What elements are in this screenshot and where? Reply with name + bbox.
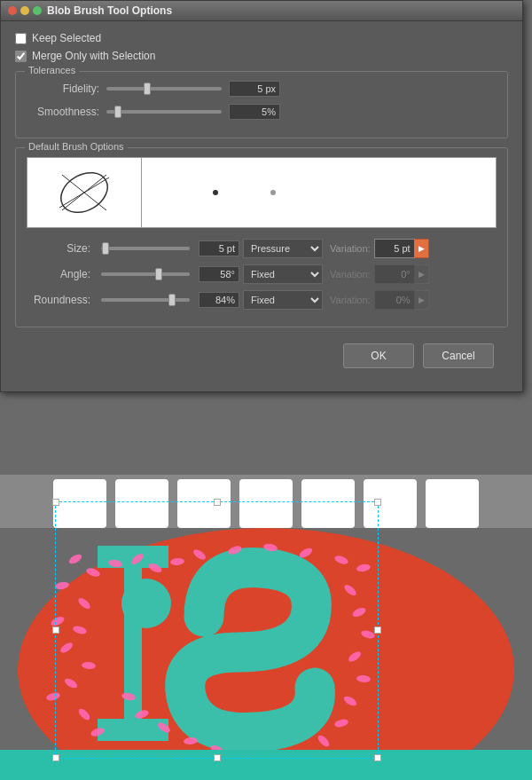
smoothness-thumb[interactable] bbox=[114, 106, 121, 118]
dialog-footer: OK Cancel bbox=[15, 336, 508, 381]
svg-rect-10 bbox=[239, 479, 293, 528]
svg-rect-8 bbox=[115, 479, 168, 528]
preview-dot-1 bbox=[213, 190, 218, 195]
size-variation-input[interactable] bbox=[374, 239, 415, 258]
svg-rect-15 bbox=[98, 546, 168, 568]
smoothness-slider[interactable] bbox=[106, 110, 222, 114]
keep-selected-checkbox[interactable] bbox=[15, 33, 27, 44]
svg-rect-9 bbox=[177, 479, 231, 528]
brush-shape-svg bbox=[49, 162, 120, 224]
svg-rect-11 bbox=[301, 479, 355, 528]
svg-rect-16 bbox=[98, 719, 168, 741]
angle-variation-arrow[interactable]: ▶ bbox=[415, 264, 429, 284]
roundness-variation-input[interactable] bbox=[374, 290, 415, 310]
merge-only-checkbox[interactable] bbox=[15, 51, 27, 62]
angle-dropdown[interactable]: Fixed Pressure Random bbox=[243, 264, 323, 284]
roundness-row: Roundness: Fixed Pressure Random Variati… bbox=[27, 290, 497, 310]
merge-only-row: Merge Only with Selection bbox=[15, 50, 508, 62]
roundness-label: Roundness: bbox=[27, 294, 98, 306]
size-row: Size: Pressure Fixed Random Stylus Wheel… bbox=[27, 239, 497, 258]
keep-selected-label[interactable]: Keep Selected bbox=[32, 32, 101, 44]
angle-input[interactable] bbox=[199, 266, 239, 282]
canvas-area bbox=[0, 475, 532, 780]
angle-variation-input[interactable] bbox=[374, 264, 415, 284]
close-button[interactable] bbox=[8, 6, 17, 15]
ok-button[interactable]: OK bbox=[343, 343, 414, 368]
merge-only-label[interactable]: Merge Only with Selection bbox=[32, 50, 155, 62]
smoothness-row: Smoothness: 5% bbox=[27, 104, 497, 120]
svg-point-17 bbox=[121, 579, 171, 628]
brush-options-group: Default Brush Options bbox=[15, 147, 508, 327]
dialog-body: Keep Selected Merge Only with Selection … bbox=[1, 21, 522, 391]
cancel-button[interactable]: Cancel bbox=[423, 343, 494, 368]
roundness-input[interactable] bbox=[199, 292, 239, 308]
tolerances-group: Tolerances Fidelity: 5 px Smoothness: 5% bbox=[15, 71, 508, 138]
svg-rect-56 bbox=[0, 750, 532, 780]
angle-label: Angle: bbox=[27, 268, 98, 280]
angle-row: Angle: Fixed Pressure Random Variation: … bbox=[27, 264, 497, 284]
size-slider[interactable] bbox=[101, 247, 190, 250]
size-variation-input-group: ▶ bbox=[374, 239, 429, 258]
brush-preview-area bbox=[27, 157, 497, 228]
size-dropdown[interactable]: Pressure Fixed Random Stylus Wheel Tilt … bbox=[243, 239, 323, 258]
size-variation-label: Variation: bbox=[330, 243, 371, 254]
minimize-button[interactable] bbox=[20, 6, 29, 15]
fidelity-input[interactable]: 5 px bbox=[229, 81, 280, 97]
preview-dot-2 bbox=[270, 190, 276, 195]
roundness-slider[interactable] bbox=[101, 298, 190, 302]
size-thumb[interactable] bbox=[102, 242, 109, 255]
brush-shape-preview bbox=[27, 157, 142, 228]
roundness-variation-arrow[interactable]: ▶ bbox=[415, 290, 429, 310]
dialog-title: Blob Brush Tool Options bbox=[47, 4, 172, 17]
size-input[interactable] bbox=[199, 240, 239, 256]
svg-rect-7 bbox=[53, 479, 106, 528]
svg-line-3 bbox=[59, 177, 109, 208]
roundness-thumb[interactable] bbox=[168, 294, 176, 306]
roundness-variation-label: Variation: bbox=[330, 295, 371, 305]
blob-brush-dialog: Blob Brush Tool Options Keep Selected Me… bbox=[0, 0, 523, 392]
smoothness-label: Smoothness: bbox=[27, 106, 106, 118]
brush-options-label: Default Brush Options bbox=[25, 141, 128, 152]
fidelity-thumb[interactable] bbox=[144, 83, 151, 95]
roundness-variation-input-group: ▶ bbox=[374, 290, 429, 310]
fidelity-slider[interactable] bbox=[106, 87, 222, 91]
svg-rect-12 bbox=[364, 479, 417, 528]
angle-thumb[interactable] bbox=[155, 268, 162, 280]
angle-variation-input-group: ▶ bbox=[374, 264, 429, 284]
fidelity-label: Fidelity: bbox=[27, 83, 106, 95]
brush-stroke-preview bbox=[142, 157, 497, 228]
keep-selected-row: Keep Selected bbox=[15, 32, 508, 44]
dialog-titlebar: Blob Brush Tool Options bbox=[1, 1, 522, 21]
size-label: Size: bbox=[27, 242, 98, 255]
angle-slider[interactable] bbox=[101, 272, 190, 276]
canvas-illustration bbox=[0, 475, 532, 780]
window-controls bbox=[8, 6, 42, 15]
roundness-dropdown[interactable]: Fixed Pressure Random bbox=[243, 290, 323, 310]
fidelity-row: Fidelity: 5 px bbox=[27, 81, 497, 97]
size-variation-arrow[interactable]: ▶ bbox=[415, 239, 429, 258]
svg-rect-13 bbox=[426, 479, 479, 528]
angle-variation-label: Variation: bbox=[330, 269, 371, 280]
smoothness-input[interactable]: 5% bbox=[229, 104, 280, 120]
maximize-button[interactable] bbox=[33, 6, 42, 15]
tolerances-group-label: Tolerances bbox=[25, 65, 79, 75]
